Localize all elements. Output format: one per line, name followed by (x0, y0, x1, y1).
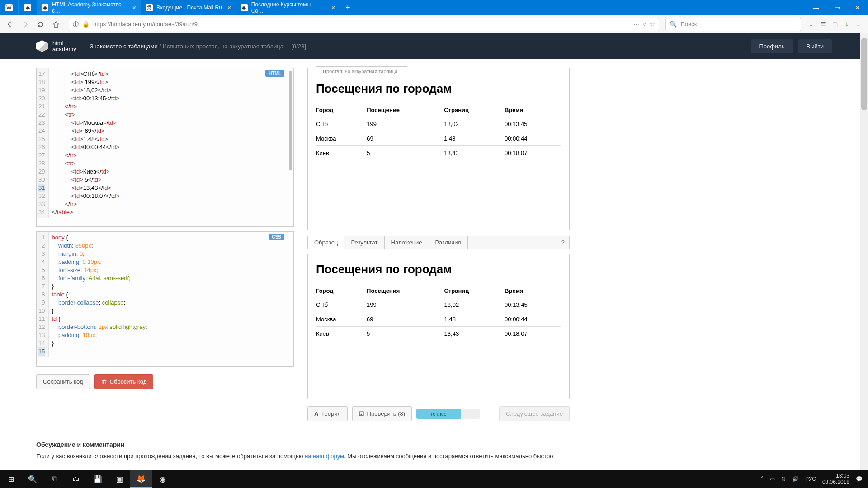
tab-diff[interactable]: Различия (429, 236, 468, 249)
start-button[interactable]: ⊞ (0, 470, 22, 488)
sidebar-icon[interactable]: ◫ (832, 21, 838, 28)
close-window-button[interactable]: ✕ (847, 0, 868, 15)
profile-button[interactable]: Профиль (751, 39, 793, 53)
task-view-button[interactable]: ⧉ (43, 470, 65, 488)
breadcrumb-course[interactable]: Знакомство с таблицами (90, 43, 158, 50)
mail-favicon-icon: @ (146, 4, 153, 11)
tab-label: Входящие - Почта Mail.Ru (156, 5, 222, 11)
close-icon[interactable]: × (331, 4, 335, 11)
close-icon[interactable]: × (227, 4, 231, 11)
pocket-icon[interactable]: ▿ (643, 21, 646, 28)
result-preview: Простая, но аккуратная таблица - Посещен… (307, 68, 570, 230)
table-cell: 00:13:45 (505, 117, 561, 131)
table-cell: 1,48 (444, 312, 505, 327)
downloads-icon[interactable]: ⭳ (808, 21, 814, 28)
star-icon[interactable]: ☆ (650, 21, 655, 28)
table-cell: 00:00:44 (505, 131, 561, 146)
reload-button[interactable] (34, 18, 47, 31)
table-cell: 199 (367, 117, 444, 131)
table-header: Время (505, 284, 561, 298)
table-cell: 69 (367, 312, 444, 327)
html-editor[interactable]: HTML 17181920212223242526272829303132333… (36, 68, 294, 227)
tray-network-icon[interactable]: ⇅ (781, 476, 786, 482)
tab-overlay[interactable]: Наложение (385, 236, 429, 249)
search-placeholder: Поиск (680, 21, 697, 28)
table-cell: 18,02 (444, 298, 505, 312)
tab-help[interactable]: ? (557, 236, 569, 249)
new-tab-button[interactable]: + (340, 0, 356, 15)
logo[interactable]: html academy (36, 40, 76, 52)
scroll-thumb[interactable] (289, 71, 292, 170)
addon-icon[interactable]: ⭳ (844, 21, 850, 28)
tab-sample[interactable]: Образец (308, 236, 344, 249)
discussion-text: Если у вас возникли сложности при прохож… (36, 453, 832, 460)
taskbar-search[interactable]: 🔍 (22, 470, 43, 488)
nav-forward-button[interactable] (19, 18, 32, 31)
theory-button[interactable]: A Теория (307, 406, 348, 421)
check-label: Проверить (8) (367, 410, 406, 417)
table-cell: 199 (367, 298, 444, 312)
table-cell: 69 (367, 131, 444, 146)
search-icon: 🔍 (670, 21, 677, 28)
taskbar-firefox[interactable]: 🦊 (130, 470, 152, 488)
progress-bar: теплее (416, 409, 480, 419)
tab-pinned-1[interactable]: ◆ (19, 0, 37, 15)
hamburger-menu-icon[interactable]: ≡ (856, 21, 860, 28)
home-button[interactable] (50, 18, 62, 31)
page-scrollbar[interactable] (860, 33, 868, 470)
window-titlebar: W ◆ ◆ HTML Academy Знакомство с… × @ Вхо… (0, 0, 868, 15)
table-cell: 00:18:07 (505, 327, 561, 341)
tray-volume-icon[interactable]: 🔊 (792, 476, 799, 482)
taskbar-app-1[interactable]: 🗂 (65, 470, 87, 488)
browser-tabs: W ◆ ◆ HTML Academy Знакомство с… × @ Вхо… (0, 0, 356, 15)
forum-link[interactable]: на наш форум (305, 453, 344, 460)
maximize-button[interactable]: ▭ (826, 0, 847, 15)
table-cell: 13,43 (444, 146, 505, 160)
tab-app-icon[interactable]: W (0, 0, 19, 15)
tab-2[interactable]: @ Входящие - Почта Mail.Ru × (141, 0, 236, 15)
breadcrumb-sep: / (159, 43, 162, 50)
lock-icon: 🔒 (82, 21, 90, 28)
check-button[interactable]: ☑ Проверить (8) (352, 406, 412, 421)
taskbar-app-3[interactable]: ▣ (108, 470, 130, 488)
check-icon: ☑ (359, 410, 364, 417)
library-icon[interactable]: ☰ (821, 21, 826, 28)
toolbar-addons: ⭳ ☰ ◫ ⭳ ≡ (804, 21, 864, 28)
tray-battery-icon[interactable]: ▭ (770, 476, 775, 482)
reset-button[interactable]: 🗑 Сбросить код (94, 374, 154, 389)
tray-language[interactable]: РУС (805, 476, 816, 482)
info-icon[interactable]: ⓘ (73, 20, 79, 28)
table-cell: Киев (316, 327, 367, 341)
table-cell: Москва (316, 131, 367, 146)
table-cell: 5 (367, 146, 444, 160)
close-icon[interactable]: × (132, 4, 136, 11)
nav-back-button[interactable] (4, 18, 16, 31)
taskbar-app-2[interactable]: 💾 (87, 470, 108, 488)
tray-chevron-icon[interactable]: ˄ (761, 476, 764, 482)
tab-result[interactable]: Результат (344, 236, 384, 249)
tray-notifications-icon[interactable]: 💬 (856, 476, 863, 482)
editor-scrollbar[interactable] (288, 71, 292, 224)
url-bar[interactable]: ⓘ 🔒 https://htmlacademy.ru/courses/39/ru… (69, 18, 659, 31)
tray-clock[interactable]: 13:03 08.06.2018 (822, 473, 849, 486)
theory-icon: A (314, 410, 318, 417)
tab-1[interactable]: ◆ HTML Academy Знакомство с… × (37, 0, 141, 15)
css-editor[interactable]: CSS 123456789101112131415 body { width: … (36, 231, 294, 367)
table-cell: СПб (316, 117, 367, 131)
save-button[interactable]: Сохранить код (36, 374, 90, 389)
table-cell: 13,43 (444, 327, 505, 341)
minimize-button[interactable]: — (806, 0, 826, 15)
logout-button[interactable]: Выйти (798, 39, 832, 53)
search-bar[interactable]: 🔍 Поиск (665, 18, 801, 31)
logo-text: html academy (52, 40, 76, 52)
table-row: Киев513,4300:18:07 (316, 327, 561, 341)
more-icon[interactable]: ⋯ (633, 21, 639, 28)
table-cell: Москва (316, 312, 367, 327)
breadcrumb: Знакомство с таблицами / Испытание: прос… (90, 43, 306, 50)
taskbar-app-4[interactable]: ◉ (152, 470, 174, 488)
scroll-thumb[interactable] (861, 38, 867, 110)
tab-3[interactable]: ◆ Последние Курсы темы - Со… × (236, 0, 340, 15)
sample-preview: Посещения по городам ГородПосещенияСтран… (307, 254, 570, 399)
waterfox-icon: W (5, 4, 13, 11)
table-header: Город (316, 103, 367, 117)
